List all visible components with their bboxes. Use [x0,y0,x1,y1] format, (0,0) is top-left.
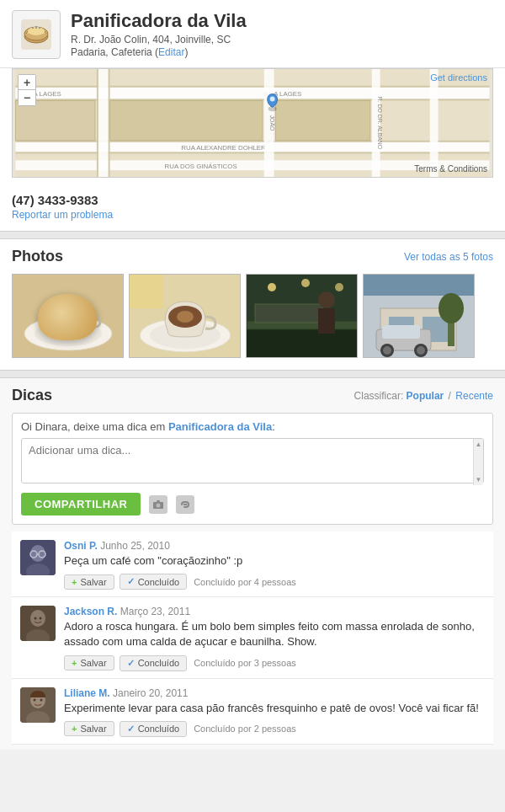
sort-popular-link[interactable]: Popular [407,390,444,402]
photo-2[interactable] [129,274,241,358]
avatar [20,687,56,723]
photo-3[interactable] [246,274,358,358]
get-directions-link[interactable]: Get directions [430,72,487,83]
completed-by: Concluído por 4 pessoas [194,577,296,587]
svg-point-48 [268,283,276,291]
svg-rect-41 [130,275,163,308]
photo-4[interactable] [363,274,475,358]
section-divider-2 [0,370,505,378]
sort-recent-link[interactable]: Recente [455,390,493,402]
avatar [20,540,56,575]
completed-by: Concluído por 2 pessoas [194,724,296,734]
share-button[interactable]: COMPARTILHAR [21,493,141,516]
tip-text: Peça um café com "coraçãozinho" :p [64,553,485,569]
sort-separator: / [449,390,451,402]
tip-item: Osni P. Junho 25, 2010 Peça um café com … [12,532,493,597]
svg-rect-58 [382,325,420,339]
photos-title: Photos [12,248,63,265]
photos-header: Photos Ver todas as 5 fotos [12,248,493,265]
venue-info: Panificadora da Vila R. Dr. João Colin, … [71,10,247,58]
save-button[interactable]: + Salvar [64,574,114,590]
tip-text: Experimente levar para casa pão francês … [64,701,485,716]
tip-author-link[interactable]: Liliane M. [64,687,110,699]
tip-actions-row: + Salvar ✓ Concluído Concluído por 4 pes… [64,574,485,590]
photo-1[interactable] [12,274,124,358]
svg-rect-47 [318,308,335,334]
report-problem-link[interactable]: Reportar um problema [12,209,493,221]
svg-point-84 [40,698,43,701]
photos-grid [12,274,493,358]
venue-category: Padaria, Cafeteria (Editar) [71,46,247,58]
add-tip-box: Oi Dinara, deixe uma dica em Panificador… [12,413,493,525]
svg-rect-15 [15,152,489,153]
svg-rect-27 [110,100,263,140]
svg-point-50 [335,283,343,291]
tip-author-link[interactable]: Jackson R. [64,606,117,617]
svg-text:RUA ALEXANDRE DOHLER: RUA ALEXANDRE DOHLER [181,144,266,152]
zoom-in-button[interactable]: + [19,75,35,90]
photos-section: Photos Ver todas as 5 fotos [0,239,505,370]
svg-rect-9 [15,86,489,88]
map-container: RUA LAGES RUA LAGES RUA ALEXANDRE DOHLER… [0,68,505,186]
zoom-out-button[interactable]: − [19,90,35,105]
tip-scrollbar[interactable] [473,439,483,485]
map-area[interactable]: RUA LAGES RUA LAGES RUA ALEXANDRE DOHLER… [12,68,493,178]
dicas-title: Dicas [12,387,52,404]
svg-point-40 [177,311,194,323]
tip-date: Junho 25, 2010 [100,540,170,552]
completed-button[interactable]: ✓ Concluído [120,721,188,737]
dicas-section: Dicas Classificar: Popular / Recente Oi … [0,378,505,750]
tip-item: Liliane M. Janeiro 20, 2011 Experimente … [12,679,493,745]
svg-point-34 [35,321,102,346]
completed-button[interactable]: ✓ Concluído [120,655,188,671]
tip-actions: COMPARTILHAR [21,493,484,516]
tip-author-link[interactable]: Osni P. [64,540,98,552]
tip-author-line: Jackson R. Março 23, 2011 [64,606,485,617]
tip-content: Osni P. Junho 25, 2010 Peça um café com … [64,540,485,590]
tip-author-line: Osni P. Junho 25, 2010 [64,540,485,552]
tip-author-line: Liliane M. Janeiro 20, 2011 [64,687,485,699]
terms-link[interactable]: Terms & Conditions [414,164,487,174]
venue-name-prompt: Panificadora da Vila [168,420,272,433]
venue-name: Panificadora da Vila [71,10,247,32]
svg-text:R. DO DR. ALBANO: R. DO DR. ALBANO [377,97,383,150]
camera-icon[interactable] [149,495,167,514]
svg-point-66 [157,503,161,507]
svg-rect-43 [247,325,358,358]
svg-point-64 [439,293,464,323]
svg-rect-67 [157,500,160,502]
svg-rect-29 [276,100,370,140]
tip-content: Jackson R. Março 23, 2011 Adoro a rosca … [64,606,485,670]
tip-actions-row: + Salvar ✓ Concluído Concluído por 2 pes… [64,721,485,737]
svg-rect-20 [97,69,98,177]
phone-section: (47) 3433-9383 Reportar um problema [0,186,505,231]
save-button[interactable]: + Salvar [64,721,114,736]
link-icon[interactable] [176,495,194,514]
tip-input[interactable] [21,438,484,483]
tips-list: Osni P. Junho 25, 2010 Peça um café com … [12,532,493,745]
phone-number: (47) 3433-9383 [12,193,493,207]
map-zoom-controls[interactable]: + − [18,74,36,106]
sort-links: Classificar: Popular / Recente [354,390,493,402]
tip-date: Março 23, 2011 [120,606,190,617]
svg-point-70 [30,545,45,562]
svg-point-76 [30,610,45,627]
svg-point-31 [270,96,275,101]
svg-rect-53 [364,275,475,296]
svg-point-78 [35,617,37,620]
svg-rect-24 [430,69,439,177]
svg-rect-19 [98,69,109,177]
venue-logo [12,10,61,59]
svg-point-61 [383,346,391,355]
svg-rect-8 [15,88,489,99]
svg-point-83 [34,698,36,701]
completed-by: Concluído por 3 pessoas [194,658,296,668]
svg-point-35 [50,303,87,327]
save-button[interactable]: + Salvar [64,655,114,670]
view-all-photos-link[interactable]: Ver todas as 5 fotos [404,251,493,263]
section-divider [0,231,505,239]
completed-button[interactable]: ✓ Concluído [120,574,188,590]
svg-point-46 [318,291,335,308]
svg-text:JOÃO: JOÃO [269,115,276,131]
edit-link[interactable]: Editar [158,46,184,58]
